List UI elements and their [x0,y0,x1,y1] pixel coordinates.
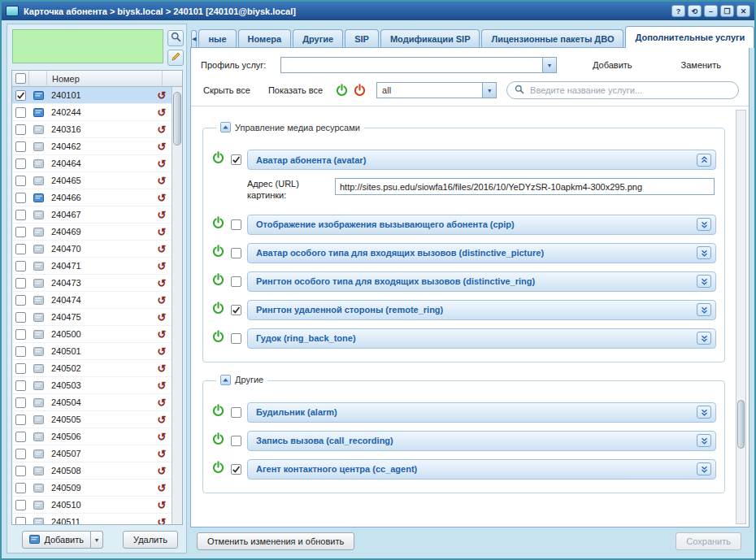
expand-service-button[interactable] [697,332,711,345]
service-checkbox[interactable] [231,305,241,315]
table-row[interactable]: 240509↺ [12,480,172,497]
service-checkbox[interactable] [231,407,241,418]
hide-all-button[interactable]: Скрыть все [201,84,253,97]
collapse-group-button[interactable] [220,375,231,385]
profile-replace-button[interactable]: Заменить [678,59,724,72]
tab-dvo-license-packages[interactable]: Лицензионные пакеты ДВО [481,29,623,47]
select-all-checkbox[interactable] [15,73,26,84]
history-icon[interactable]: ↺ [152,329,172,340]
power-on-icon[interactable] [211,216,225,233]
table-row[interactable]: 240467↺ [12,206,172,224]
history-icon[interactable]: ↺ [152,483,172,493]
power-on-icon[interactable] [335,84,349,98]
table-row[interactable]: 240471↺ [12,258,172,275]
service-checkbox[interactable] [231,248,241,258]
row-checkbox[interactable] [15,278,26,289]
history-icon[interactable]: ↺ [152,107,172,118]
row-checkbox[interactable] [15,415,26,425]
service-bar[interactable]: Агент контактного центра (cc_agent) [247,459,716,480]
tab-additional-services[interactable]: Дополнительные услуги [625,26,754,48]
row-checkbox[interactable] [15,158,26,169]
history-icon[interactable]: ↺ [152,363,172,374]
profile-add-button[interactable]: Добавить [589,59,636,72]
expand-service-button[interactable] [697,434,711,447]
row-checkbox[interactable] [15,346,26,357]
table-row[interactable]: 240101↺ [12,87,172,104]
collapse-group-button[interactable] [220,122,231,132]
service-bar[interactable]: Гудок (ring_back_tone) [247,328,716,349]
table-row[interactable]: 240244↺ [12,104,172,121]
power-on-icon[interactable] [211,245,225,262]
history-icon[interactable]: ↺ [152,517,172,525]
table-row[interactable]: 240473↺ [12,275,172,292]
table-row[interactable]: 240466↺ [12,189,172,206]
row-checkbox[interactable] [15,380,26,391]
tab-sip-modifications[interactable]: Модификации SIP [380,29,480,47]
row-checkbox[interactable] [15,329,26,340]
row-checkbox[interactable] [15,449,26,459]
service-checkbox[interactable] [231,154,241,165]
row-checkbox[interactable] [15,244,26,254]
row-checkbox[interactable] [15,90,26,101]
edit-button[interactable] [167,50,184,66]
collapse-service-button[interactable] [697,154,711,167]
scrollbar-thumb[interactable] [173,92,181,145]
url-input[interactable] [335,178,715,195]
history-icon[interactable]: ↺ [152,500,172,510]
table-row[interactable]: 240502↺ [12,360,172,377]
service-checkbox[interactable] [231,464,241,475]
service-checkbox[interactable] [231,333,241,344]
scrollbar-thumb[interactable] [737,400,745,449]
power-off-icon[interactable] [353,84,367,98]
save-button[interactable]: Сохранить [676,532,741,550]
row-checkbox[interactable] [15,466,26,476]
table-row[interactable]: 240508↺ [12,462,172,480]
cancel-and-refresh-button[interactable]: Отменить изменения и обновить [197,532,354,550]
row-checkbox[interactable] [15,261,26,271]
row-checkbox[interactable] [15,193,26,203]
table-row[interactable]: 240511↺ [12,514,172,524]
table-row[interactable]: 240505↺ [12,411,172,428]
add-subscriber-dropdown-arrow[interactable]: ▼ [91,531,103,549]
expand-service-button[interactable] [697,218,711,231]
chevron-down-icon[interactable]: ▼ [482,83,496,98]
row-checkbox[interactable] [15,500,26,510]
expand-service-button[interactable] [697,406,711,419]
history-icon[interactable]: ↺ [152,312,172,323]
history-icon[interactable]: ↺ [152,158,172,169]
row-checkbox[interactable] [15,124,26,135]
services-scrollbar[interactable] [736,110,746,524]
table-row[interactable]: 240469↺ [12,224,172,241]
table-row[interactable]: 240462↺ [12,138,172,155]
service-bar[interactable]: Рингтон удаленной стороны (remote_ring) [247,300,716,320]
quick-search-area[interactable] [12,29,163,63]
minimize-button[interactable]: – [704,5,718,17]
history-icon[interactable]: ↺ [152,432,172,442]
row-checkbox[interactable] [15,176,26,186]
row-checkbox[interactable] [15,517,26,525]
table-row[interactable]: 240503↺ [12,377,172,394]
table-row[interactable]: 240507↺ [12,445,172,462]
power-on-icon[interactable] [211,432,225,449]
history-icon[interactable]: ↺ [152,466,172,476]
service-checkbox[interactable] [231,436,241,446]
row-checkbox[interactable] [15,432,26,442]
power-on-icon[interactable] [211,404,225,421]
service-search-input[interactable] [528,85,731,96]
row-checkbox[interactable] [15,210,26,220]
table-row[interactable]: 240501↺ [12,343,172,360]
service-bar[interactable]: Будильник (alarm) [247,402,716,423]
service-checkbox[interactable] [231,276,241,287]
refresh-button[interactable]: ⟲ [688,5,702,17]
expand-service-button[interactable] [697,275,711,288]
row-checkbox[interactable] [15,483,26,493]
table-row[interactable]: 240504↺ [12,394,172,411]
service-search-box[interactable] [506,81,739,99]
add-subscriber-button[interactable]: Добавить [22,531,91,549]
history-icon[interactable]: ↺ [152,278,172,289]
tab-main[interactable]: ные [198,29,236,47]
service-bar[interactable]: Аватар особого типа для входящих вызовов… [247,243,716,263]
history-icon[interactable]: ↺ [152,346,172,357]
table-row[interactable]: 240506↺ [12,428,172,445]
row-checkbox[interactable] [15,107,26,118]
